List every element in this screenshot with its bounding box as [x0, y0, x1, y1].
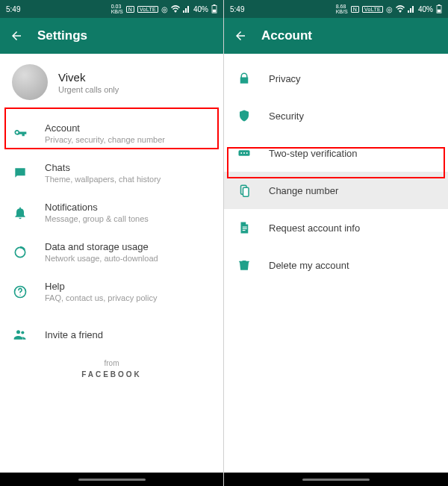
people-icon	[12, 326, 28, 343]
item-title: Invite a friend	[45, 329, 103, 340]
account-item-privacy[interactable]: Privacy	[224, 60, 448, 97]
item-title: Request account info	[269, 222, 360, 234]
shield-icon	[236, 108, 252, 124]
signal-icon	[408, 5, 415, 13]
item-title: Chats	[45, 162, 161, 173]
item-subtitle: Message, group & call tones	[45, 214, 149, 223]
svg-rect-1	[214, 4, 216, 6]
nfc-icon: N	[126, 6, 134, 13]
volte-icon: VoLTE	[137, 6, 158, 13]
pin-icon	[236, 145, 252, 161]
item-title: Notifications	[45, 202, 149, 213]
dnd-vibrate-icon: ◎	[161, 5, 168, 13]
back-button[interactable]	[233, 28, 248, 43]
nav-bar[interactable]	[0, 473, 223, 486]
wifi-icon	[171, 5, 180, 13]
dnd-vibrate-icon: ◎	[386, 5, 393, 13]
signal-icon	[183, 5, 190, 13]
item-title: Two-step verification	[269, 148, 358, 159]
item-title: Security	[269, 110, 304, 122]
page-title: Settings	[37, 28, 87, 43]
svg-rect-18	[243, 228, 247, 229]
wifi-icon	[396, 5, 405, 13]
phone-settings: 5:49 0.03KB/S N VoLTE ◎ 40%	[0, 0, 224, 486]
battery-pct: 40%	[418, 5, 433, 13]
svg-rect-10	[438, 10, 441, 13]
item-subtitle: Network usage, auto-download	[45, 254, 158, 263]
app-bar: Settings	[0, 18, 223, 54]
page-title: Account	[261, 28, 312, 43]
help-icon	[12, 284, 28, 300]
phone-account: 5:49 8.68KB/S N VoLTE ◎ 40%	[224, 0, 448, 486]
item-title: Delete my account	[269, 260, 349, 271]
settings-item-notifications[interactable]: Notifications Message, group & call tone…	[0, 193, 223, 232]
svg-rect-19	[243, 230, 246, 231]
svg-point-6	[16, 330, 20, 334]
svg-rect-17	[243, 227, 247, 228]
status-time: 5:49	[6, 5, 20, 13]
item-title: Help	[45, 281, 157, 292]
status-bar: 5:49 8.68KB/S N VoLTE ◎ 40%	[224, 0, 448, 18]
nav-bar[interactable]	[224, 473, 448, 486]
profile-row[interactable]: Vivek Urgent calls only	[0, 54, 223, 113]
battery-icon	[436, 4, 442, 13]
status-kbps: 8.68KB/S	[336, 4, 348, 14]
back-button[interactable]	[9, 28, 24, 43]
volte-icon: VoLTE	[362, 6, 383, 13]
battery-icon	[211, 4, 217, 13]
document-icon	[236, 219, 252, 236]
item-subtitle: Privacy, security, change number	[45, 135, 165, 144]
bell-icon	[12, 205, 28, 221]
account-item-request-info[interactable]: Request account info	[224, 209, 448, 246]
trash-icon	[236, 257, 252, 273]
item-subtitle: FAQ, contact us, privacy policy	[45, 293, 157, 302]
data-usage-icon	[12, 244, 28, 261]
account-item-two-step[interactable]: Two-step verification	[224, 134, 448, 172]
svg-point-5	[19, 294, 20, 295]
status-kbps: 0.03KB/S	[111, 4, 123, 14]
svg-rect-2	[213, 10, 217, 13]
settings-item-invite[interactable]: Invite a friend	[0, 316, 223, 353]
svg-rect-16	[243, 187, 249, 196]
item-subtitle: Theme, wallpapers, chat history	[45, 175, 161, 184]
item-title: Change number	[269, 185, 338, 196]
svg-point-13	[243, 152, 245, 154]
sim-swap-icon	[236, 182, 252, 199]
footer-from: from	[0, 359, 223, 367]
item-title: Privacy	[269, 73, 301, 84]
app-bar: Account	[224, 18, 448, 54]
avatar	[12, 64, 48, 100]
item-title: Account	[45, 122, 165, 134]
account-item-delete[interactable]: Delete my account	[224, 246, 448, 284]
key-icon	[12, 125, 28, 142]
profile-subtitle: Urgent calls only	[58, 85, 119, 94]
chat-icon	[12, 165, 28, 181]
settings-item-chats[interactable]: Chats Theme, wallpapers, chat history	[0, 153, 223, 193]
nfc-icon: N	[351, 6, 359, 13]
lock-icon	[236, 70, 252, 87]
account-item-security[interactable]: Security	[224, 97, 448, 134]
settings-item-help[interactable]: Help FAQ, contact us, privacy policy	[0, 272, 223, 311]
svg-point-7	[21, 331, 24, 334]
profile-name: Vivek	[58, 71, 119, 84]
status-time: 5:49	[230, 5, 244, 13]
svg-point-14	[246, 152, 248, 154]
battery-pct: 40%	[193, 5, 208, 13]
status-bar: 5:49 0.03KB/S N VoLTE ◎ 40%	[0, 0, 223, 18]
settings-item-account[interactable]: Account Privacy, security, change number	[0, 113, 223, 153]
svg-point-12	[240, 152, 242, 154]
settings-item-data-storage[interactable]: Data and storage usage Network usage, au…	[0, 232, 223, 272]
item-title: Data and storage usage	[45, 241, 158, 252]
footer: from FACEBOOK	[0, 359, 223, 378]
footer-brand: FACEBOOK	[0, 370, 223, 378]
svg-rect-9	[438, 4, 441, 6]
account-item-change-number[interactable]: Change number	[224, 172, 448, 209]
